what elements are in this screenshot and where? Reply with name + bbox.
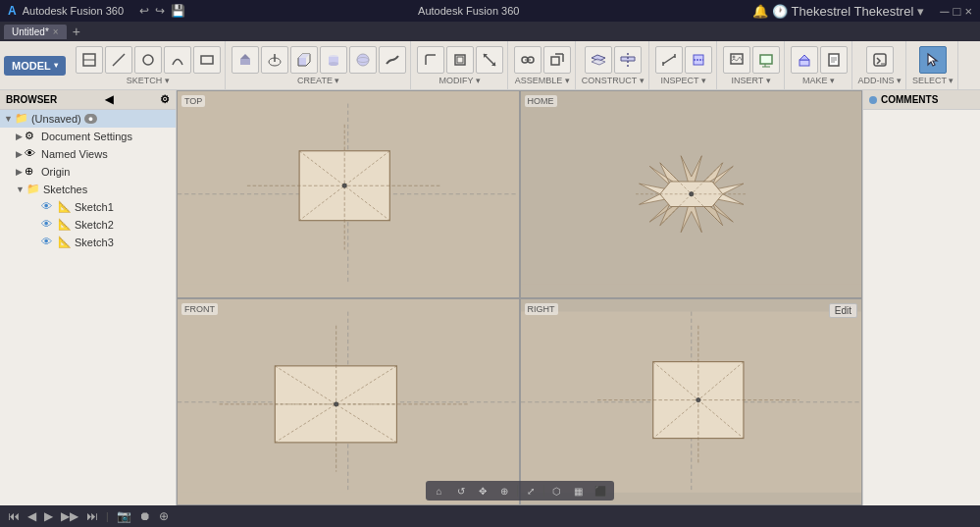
close-btn[interactable]: × bbox=[964, 4, 972, 19]
shell-btn[interactable] bbox=[446, 46, 474, 74]
browser-collapse-icon[interactable]: ◀ bbox=[105, 93, 113, 106]
rectangle-tool-btn[interactable] bbox=[193, 46, 221, 74]
insert-image-btn[interactable] bbox=[723, 46, 750, 74]
tab-close-btn[interactable]: × bbox=[53, 26, 59, 37]
browser-settings-icon[interactable]: ⚙ bbox=[160, 93, 170, 106]
sketch1-label: Sketch1 bbox=[75, 201, 114, 213]
bottom-right-sketch bbox=[521, 299, 862, 505]
bottom-right-view-label: RIGHT bbox=[525, 303, 558, 315]
quad-bottom-right[interactable]: Edit RIGHT bbox=[520, 298, 863, 506]
section-analysis-icon bbox=[691, 52, 706, 68]
toolbar-redo-icon[interactable]: ↪ bbox=[155, 4, 165, 18]
addins-group-label: ADD-INS ▾ bbox=[858, 76, 903, 85]
browser-doc-settings-item[interactable]: ▶ ⚙ Document Settings bbox=[0, 128, 176, 145]
new-tab-btn[interactable]: + bbox=[73, 24, 80, 39]
model-dropdown-btn[interactable]: MODEL ▾ bbox=[4, 56, 66, 76]
fillet-btn[interactable] bbox=[417, 46, 444, 74]
capture-icon[interactable]: 📷 bbox=[117, 509, 131, 523]
playback-last-btn[interactable]: ⏭ bbox=[86, 509, 98, 523]
edit-btn[interactable]: Edit bbox=[829, 303, 857, 318]
clock-icon[interactable]: 🕐 bbox=[772, 4, 788, 19]
svg-rect-18 bbox=[457, 57, 463, 63]
sketch-buttons bbox=[76, 46, 221, 74]
notification-icon[interactable]: 🔔 bbox=[752, 4, 768, 19]
pan-btn[interactable]: ✥ bbox=[473, 483, 492, 499]
sketches-expand-icon: ▼ bbox=[16, 184, 25, 194]
section-analysis-btn[interactable] bbox=[685, 46, 712, 74]
midplane-btn[interactable] bbox=[614, 46, 642, 74]
sketch3-visibility-icon[interactable]: 👁 bbox=[41, 236, 55, 249]
browser-sketches-item[interactable]: ▼ 📁 Sketches bbox=[0, 181, 176, 198]
insert-group: INSERT ▾ bbox=[719, 41, 785, 89]
arc-icon bbox=[170, 52, 185, 68]
browser-root-item[interactable]: ▼ 📁 (Unsaved) ● bbox=[0, 110, 176, 128]
3dprint-btn[interactable] bbox=[791, 46, 818, 74]
pipe-btn[interactable] bbox=[379, 46, 406, 74]
view-cube-btn[interactable]: ⬡ bbox=[547, 483, 567, 499]
addins-buttons bbox=[866, 46, 894, 74]
quad-top-right[interactable]: HOME bbox=[520, 90, 863, 298]
camera-home-btn[interactable]: ⌂ bbox=[430, 483, 449, 499]
minimize-btn[interactable]: ─ bbox=[940, 4, 949, 19]
zoom-btn[interactable]: ⊕ bbox=[494, 483, 514, 499]
select-btn[interactable] bbox=[919, 46, 947, 74]
sketch3-sketch-icon: 📐 bbox=[58, 236, 72, 249]
drawing-btn[interactable] bbox=[820, 46, 848, 74]
add-timeline-btn[interactable]: ⊕ bbox=[159, 509, 169, 523]
browser-sketch3-item[interactable]: 👁 📐 Sketch3 bbox=[0, 234, 176, 251]
visual-style-btn[interactable]: ⬛ bbox=[591, 483, 610, 499]
sketch-tool-btn[interactable] bbox=[76, 46, 103, 74]
joint-btn[interactable] bbox=[514, 46, 542, 74]
sketch2-visibility-icon[interactable]: 👁 bbox=[41, 218, 55, 232]
playback-prev-btn[interactable]: ◀ bbox=[27, 509, 36, 523]
scale-btn[interactable] bbox=[476, 46, 503, 74]
toolbar-save-icon[interactable]: 💾 bbox=[171, 4, 185, 18]
browser-named-views-item[interactable]: ▶ 👁 Named Views bbox=[0, 145, 176, 163]
playback-first-btn[interactable]: ⏮ bbox=[8, 509, 20, 523]
revolve-btn[interactable] bbox=[261, 46, 288, 74]
insert-canvas-btn[interactable] bbox=[752, 46, 780, 74]
sketch1-visibility-icon[interactable]: 👁 bbox=[41, 200, 55, 214]
playback-next-btn[interactable]: ▶▶ bbox=[61, 509, 78, 523]
extrude-btn[interactable] bbox=[232, 46, 259, 74]
quad-bottom-left[interactable]: FRONT bbox=[177, 298, 520, 506]
comments-title: COMMENTS bbox=[881, 94, 938, 105]
new-component-btn[interactable] bbox=[543, 46, 571, 74]
browser-sketch2-item[interactable]: 👁 📐 Sketch2 bbox=[0, 216, 176, 234]
sketch1-sketch-icon: 📐 bbox=[58, 200, 72, 214]
user-name[interactable]: Thekestrel Thekestrel bbox=[792, 4, 914, 19]
maximize-btn[interactable]: □ bbox=[954, 4, 961, 19]
circle-tool-btn[interactable] bbox=[134, 46, 162, 74]
arc-tool-btn[interactable] bbox=[164, 46, 191, 74]
svg-rect-5 bbox=[240, 59, 250, 65]
insert-image-icon bbox=[729, 52, 745, 68]
extrude-icon bbox=[237, 52, 253, 68]
offset-plane-btn[interactable] bbox=[585, 46, 612, 74]
fit-to-window-btn[interactable]: ⤢ bbox=[521, 483, 541, 499]
active-tab[interactable]: Untitled* × bbox=[4, 25, 67, 39]
cylinder-btn[interactable] bbox=[320, 46, 347, 74]
scripts-btn[interactable] bbox=[866, 46, 894, 74]
sketch3-label: Sketch3 bbox=[75, 237, 114, 248]
joint-icon bbox=[520, 52, 536, 68]
browser-origin-item[interactable]: ▶ ⊕ Origin bbox=[0, 163, 176, 181]
record-icon[interactable]: ⏺ bbox=[139, 509, 151, 523]
toolbar: MODEL ▾ SKETCH ▾ bbox=[0, 41, 980, 90]
user-chevron-icon[interactable]: ▾ bbox=[917, 4, 924, 19]
browser-sketch1-item[interactable]: 👁 📐 Sketch1 bbox=[0, 198, 176, 216]
box-btn[interactable] bbox=[290, 46, 318, 74]
toolbar-undo-icon[interactable]: ↩ bbox=[139, 4, 149, 18]
select-group: SELECT ▾ bbox=[908, 41, 958, 89]
viewport[interactable]: TOP bbox=[177, 90, 862, 505]
svg-marker-29 bbox=[592, 59, 605, 65]
measure-btn[interactable] bbox=[655, 46, 683, 74]
line-icon bbox=[111, 52, 127, 68]
display-settings-btn[interactable]: ▦ bbox=[569, 483, 589, 499]
sphere-btn[interactable] bbox=[349, 46, 377, 74]
svg-point-59 bbox=[342, 184, 346, 187]
playback-play-btn[interactable]: ▶ bbox=[44, 509, 53, 523]
line-tool-btn[interactable] bbox=[105, 46, 132, 74]
comments-indicator bbox=[869, 96, 877, 104]
quad-top-left[interactable]: TOP bbox=[177, 90, 520, 298]
orbit-btn[interactable]: ↺ bbox=[451, 483, 471, 499]
